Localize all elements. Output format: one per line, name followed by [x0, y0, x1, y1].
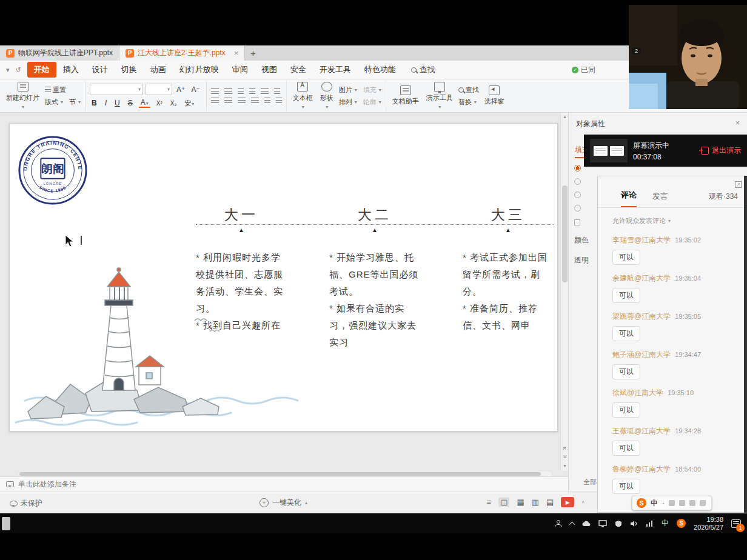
bullets-icon[interactable] — [211, 88, 219, 95]
timeline-column[interactable]: 大二 ▲ * 开始学习雅思、托福、GRE等出国必须考试。 * 如果有合适的实习，… — [329, 205, 420, 351]
volume-icon[interactable] — [630, 520, 638, 527]
italic-button[interactable]: I — [103, 99, 109, 107]
align-left-icon[interactable] — [211, 98, 219, 104]
comment-permission-dropdown[interactable]: 允许观众发表评论 ▾ — [598, 208, 746, 225]
scrollbar-thumb[interactable] — [562, 185, 568, 282]
fill-option-radio[interactable] — [574, 205, 581, 212]
one-click-beautify-button[interactable]: + 一键美化 ▴ — [260, 498, 307, 508]
menu-item[interactable]: 视图 — [255, 62, 284, 78]
cloud-icon[interactable] — [582, 520, 591, 527]
shrink-font-button[interactable]: A⁻ — [189, 85, 201, 94]
menu-item[interactable]: 设计 — [85, 62, 115, 78]
people-icon[interactable] — [555, 520, 562, 527]
align-center-icon[interactable] — [224, 98, 232, 104]
soft-keyboard-icon[interactable] — [689, 500, 695, 506]
normal-view-icon[interactable]: ▢ — [498, 498, 509, 507]
new-slide-button[interactable]: 新建幻灯片 — [4, 81, 41, 111]
menu-item[interactable]: 开发工具 — [313, 62, 358, 78]
taskbar-clock[interactable]: 19:38 2020/5/27 — [694, 516, 723, 532]
superscript-button[interactable]: X² — [155, 100, 164, 107]
align-objects-icon[interactable] — [276, 98, 282, 104]
wps-menu-chevron-icon[interactable]: ▾ — [6, 66, 10, 74]
menu-item[interactable]: 开始 — [27, 62, 56, 78]
section-button[interactable]: 节 — [69, 98, 81, 107]
mic-icon[interactable] — [679, 500, 685, 506]
exit-presentation-button[interactable]: 退出演示 — [701, 145, 741, 156]
vertical-scrollbar[interactable]: ▴ « « ▾ — [560, 113, 568, 471]
slideshow-play-button[interactable]: ▶ — [561, 497, 574, 507]
layout-button[interactable]: 版式 — [45, 98, 63, 107]
menu-item[interactable]: 审阅 — [226, 62, 255, 78]
timeline-column[interactable]: 大三 ▲ * 考试正式参加出国留学所需考试，刷分。 * 准备简历、推荐信、文书、… — [463, 205, 554, 351]
subscript-button[interactable]: X₂ — [169, 100, 179, 107]
tab-comments[interactable]: 评论 — [621, 190, 637, 207]
emoji-icon[interactable] — [669, 500, 675, 506]
sogou-logo-icon[interactable]: S — [637, 498, 646, 508]
chat-user-name[interactable]: 徐斌@江南大学 — [612, 388, 663, 398]
ime-language-indicator[interactable]: 中 — [662, 518, 669, 528]
document-tab-active[interactable]: P 江大线上讲座2-王超予.pptx × — [119, 45, 245, 61]
menu-item[interactable]: 幻灯片放映 — [173, 62, 226, 78]
strikethrough-button[interactable]: S — [126, 99, 135, 107]
chat-user-name[interactable]: 余建航@江南大学 — [612, 273, 671, 284]
chat-user-name[interactable]: 鲁柳婷@江南大学 — [612, 464, 671, 475]
fill-option-radio[interactable] — [574, 178, 581, 185]
fill-button[interactable]: 填充 — [363, 85, 381, 95]
bold-button[interactable]: B — [90, 99, 99, 107]
outline-button[interactable]: 轮廓 — [363, 98, 381, 107]
new-tab-button[interactable]: + — [245, 45, 261, 61]
document-tab-inactive[interactable]: P 物联网学院线上讲座PPT.pptx — [0, 45, 119, 61]
numbering-icon[interactable] — [224, 88, 232, 95]
textbox-button[interactable]: 文本框 — [291, 81, 315, 111]
phonetic-button[interactable]: 安 — [183, 99, 196, 108]
align-right-icon[interactable] — [238, 98, 246, 104]
menu-item[interactable]: 安全 — [284, 62, 313, 78]
toolbox-icon[interactable] — [700, 500, 706, 506]
notes-bar[interactable]: 单击此处添加备注 — [0, 476, 568, 492]
all-filter-label[interactable]: 全部 — [583, 478, 597, 487]
columns-icon[interactable] — [264, 98, 270, 104]
taskbar-app-icon[interactable] — [2, 517, 10, 530]
ime-mode-label[interactable]: 中 — [651, 498, 658, 508]
font-family-combo[interactable] — [90, 84, 143, 95]
text-direction-icon[interactable] — [261, 88, 269, 95]
close-tab-icon[interactable]: × — [234, 48, 239, 58]
chat-user-name[interactable]: 梁跳蓉@江南大学 — [612, 312, 671, 322]
display-icon[interactable] — [598, 520, 607, 527]
popout-icon[interactable]: ↗ — [735, 181, 742, 188]
chat-user-name[interactable]: 王薇珽@江南大学 — [612, 426, 671, 436]
shapes-button[interactable]: 形状 — [318, 81, 335, 111]
fill-option-radio-selected[interactable] — [574, 165, 581, 172]
menu-item[interactable]: 切换 — [115, 62, 144, 78]
line-spacing-icon[interactable] — [274, 88, 280, 95]
menu-find[interactable]: 查找 — [411, 64, 435, 75]
scrollbar-thumb[interactable] — [19, 472, 541, 476]
notes-toggle-icon[interactable]: ≡ — [487, 498, 492, 507]
close-panel-icon[interactable]: × — [735, 119, 740, 129]
menu-item[interactable]: 特色功能 — [358, 62, 403, 78]
underline-button[interactable]: U — [113, 99, 122, 107]
fill-option-radio[interactable] — [574, 192, 581, 198]
network-icon[interactable] — [646, 520, 654, 527]
outline-view-icon[interactable]: ▤ — [546, 498, 554, 507]
horizontal-scrollbar[interactable] — [18, 472, 552, 476]
grow-font-button[interactable]: A⁺ — [175, 85, 187, 94]
undo-redo-icon[interactable]: ↺ — [16, 66, 21, 74]
increase-indent-icon[interactable] — [249, 88, 255, 95]
fill-option-checkbox[interactable] — [574, 219, 580, 225]
arrange-button[interactable]: 排列 — [339, 98, 357, 107]
chat-user-name[interactable]: 李瑞雪@江南大学 — [612, 235, 671, 245]
font-size-combo[interactable] — [146, 84, 172, 95]
slide-sorter-icon[interactable]: ▦ — [517, 498, 524, 507]
slide[interactable]: LONGRE TRAINING CENTER · SINCE 1999 · 朗阁… — [9, 123, 558, 432]
justify-icon[interactable] — [251, 98, 259, 104]
security-icon[interactable] — [615, 520, 622, 527]
present-tools-button[interactable]: 演示工具 — [424, 81, 455, 111]
ime-punctuation-label[interactable]: · — [662, 499, 665, 507]
replace-button[interactable]: 替换 — [458, 98, 477, 107]
picture-button[interactable]: 图片 — [339, 85, 357, 95]
menu-item[interactable]: 动画 — [144, 62, 173, 78]
reading-view-icon[interactable]: ▥ — [532, 498, 539, 507]
decrease-indent-icon[interactable] — [238, 88, 244, 95]
find-button[interactable]: 查找 — [458, 85, 479, 95]
